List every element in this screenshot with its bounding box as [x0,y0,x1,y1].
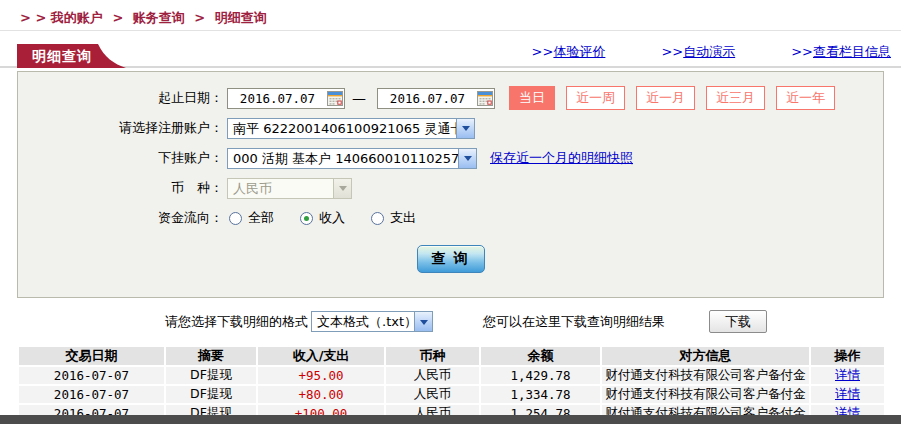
radio-flow-all[interactable]: 全部 [229,209,274,227]
cell-balance: 1,334.78 [480,385,601,404]
query-button[interactable]: 查 询 [417,245,485,273]
cell-summary: DF提现 [165,385,257,404]
register-account-value: 南平 6222001406100921065 灵通卡 [228,119,456,138]
currency-value: 人民币 [228,179,333,198]
chevron-down-icon[interactable] [414,312,432,331]
link-experience-rating[interactable]: >>体验评价 [532,43,606,61]
sub-account-select[interactable]: 000 活期 基本户 1406600101102571848 [227,148,477,169]
currency-select: 人民币 [227,178,352,199]
quick-button-last-3-months[interactable]: 近三月 [706,86,765,110]
link-view-column-info[interactable]: >>查看栏目信息 [791,43,891,61]
cell-date: 2016-07-07 [18,366,165,385]
col-header-balance: 余额 [480,346,601,366]
cell-counterparty: 财付通支付科技有限公司客户备付金 [601,385,810,404]
link-auto-demo[interactable]: >>自动演示 [661,43,735,61]
date-to-input[interactable]: 2016.07.07 [377,88,495,109]
breadcrumb-item-my-account[interactable]: 我的账户 [51,10,103,25]
cell-balance: 1,429.78 [480,366,601,385]
radio-icon[interactable] [229,212,242,225]
bottom-bar [0,415,901,424]
cell-date: 2016-07-07 [18,385,165,404]
page-title: 明细查询 [17,44,98,68]
flow-label: 资金流向： [18,209,223,227]
col-header-date: 交易日期 [18,346,165,366]
table-header-row: 交易日期 摘要 收入/支出 币种 余额 对方信息 操作 [18,346,885,366]
chevron-down-icon [333,179,351,198]
breadcrumb-item-account-query[interactable]: 账务查询 [133,10,185,25]
link-prefix: >> [791,44,813,59]
chevron-down-icon[interactable] [458,149,476,168]
date-range-label: 起止日期： [18,89,223,107]
table-row: 2016-07-07 DF提现 +95.00 人民币 1,429.78 财付通支… [18,366,885,385]
cell-amount: +95.00 [257,366,385,385]
form-row-register-account: 请选择注册账户： 南平 6222001406100921065 灵通卡 [18,113,883,143]
chevron-down-icon[interactable] [456,119,474,138]
breadcrumb-separator: > [194,10,205,25]
download-format-label: 请您选择下载明细的格式 [165,313,308,331]
section-header-row: 明细查询 >>体验评价 >>自动演示 >>查看栏目信息 [0,38,901,68]
radio-label: 支出 [390,209,416,227]
results-table: 交易日期 摘要 收入/支出 币种 余额 对方信息 操作 2016-07-07 D… [17,345,886,424]
cell-counterparty: 财付通支付科技有限公司客户备付金 [601,366,810,385]
form-row-dates: 起止日期： 2016.07.07 [18,83,883,113]
link-label: 自动演示 [683,44,735,59]
quick-button-today[interactable]: 当日 [509,86,555,110]
query-button-row: 查 询 [18,245,883,273]
form-row-currency: 币 种： 人民币 [18,173,883,203]
download-row: 请您选择下载明细的格式 文本格式（.txt） 您可以在这里下载查询明细结果 下载 [0,298,901,345]
date-from-value: 2016.07.07 [228,91,327,106]
cell-summary: DF提现 [165,366,257,385]
radio-flow-income[interactable]: 收入 [300,209,345,227]
download-button[interactable]: 下载 [709,310,767,333]
link-label: 查看栏目信息 [813,44,891,59]
download-format-select[interactable]: 文本格式（.txt） [311,311,433,332]
breadcrumb: > > 我的账户 > 账务查询 > 明细查询 [0,0,901,31]
col-header-counterparty: 对方信息 [601,346,810,366]
sub-account-value: 000 活期 基本户 1406600101102571848 [228,149,458,168]
link-prefix: >> [661,44,683,59]
page: > > 我的账户 > 账务查询 > 明细查询 明细查询 >>体验评价 >>自动演… [0,0,901,424]
radio-label: 收入 [319,209,345,227]
form-row-flow: 资金流向： 全部 收入 支出 [18,203,883,233]
detail-link[interactable]: 详情 [835,386,860,401]
breadcrumb-prefix: > > [20,10,46,25]
date-to-value: 2016.07.07 [378,91,477,106]
date-from-input[interactable]: 2016.07.07 [227,88,345,109]
download-hint: 您可以在这里下载查询明细结果 [483,313,665,331]
cell-currency: 人民币 [385,385,480,404]
sub-account-label: 下挂账户： [18,149,223,167]
quick-button-last-year[interactable]: 近一年 [776,86,835,110]
form-row-sub-account: 下挂账户： 000 活期 基本户 1406600101102571848 保存近… [18,143,883,173]
col-header-summary: 摘要 [165,346,257,366]
radio-icon[interactable] [371,212,384,225]
link-label: 体验评价 [553,44,605,59]
currency-label: 币 种： [18,179,223,197]
cell-amount: +80.00 [257,385,385,404]
top-links: >>体验评价 >>自动演示 >>查看栏目信息 [532,43,891,61]
save-snapshot-link[interactable]: 保存近一个月的明细快照 [490,149,633,167]
detail-link[interactable]: 详情 [835,367,860,382]
tab-detail-query: 明细查询 [17,44,126,68]
register-account-select[interactable]: 南平 6222001406100921065 灵通卡 [227,118,475,139]
breadcrumb-item-detail-query[interactable]: 明细查询 [215,10,267,25]
col-header-amount: 收入/支出 [257,346,385,366]
tab-tail-shape [98,44,126,68]
col-header-currency: 币种 [385,346,480,366]
cell-currency: 人民币 [385,366,480,385]
calendar-icon[interactable] [327,91,343,106]
quick-range-buttons: 当日 近一周 近一月 近三月 近一年 [509,86,835,110]
radio-label: 全部 [248,209,274,227]
calendar-icon[interactable] [477,91,493,106]
radio-selected-icon[interactable] [300,212,313,225]
radio-flow-expense[interactable]: 支出 [371,209,416,227]
register-account-label: 请选择注册账户： [18,119,223,137]
flow-radio-group: 全部 收入 支出 [229,209,416,227]
link-prefix: >> [532,44,554,59]
quick-button-last-month[interactable]: 近一月 [636,86,695,110]
table-row: 2016-07-07 DF提现 +80.00 人民币 1,334.78 财付通支… [18,385,885,404]
col-header-action: 操作 [810,346,885,366]
breadcrumb-separator: > [112,10,123,25]
quick-button-last-week[interactable]: 近一周 [566,86,625,110]
query-form: 起止日期： 2016.07.07 [17,71,884,298]
date-range-dash: — [352,90,366,106]
